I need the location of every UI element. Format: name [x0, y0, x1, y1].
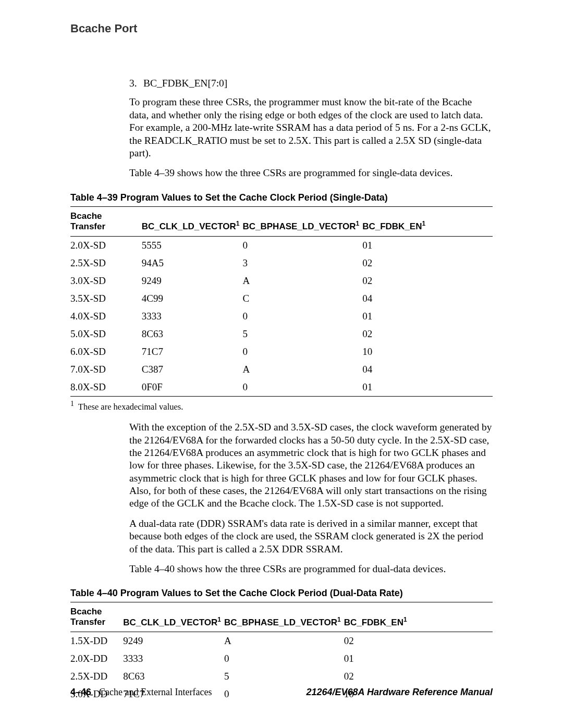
table-row: 1.5X-DD9249A02	[70, 632, 493, 650]
page-number: 4–46	[70, 687, 91, 697]
table-cell: 10	[362, 343, 493, 361]
table-39: Bcache Transfer BC_CLK_LD_VECTOR1 BC_BPH…	[70, 206, 493, 397]
table-cell: 7.0X-SD	[70, 361, 142, 378]
table-row: 3.5X-SD4C99C04	[70, 290, 493, 307]
table-cell: 04	[362, 361, 493, 378]
table-row: 7.0X-SDC387A04	[70, 361, 493, 378]
table-cell: 3333	[142, 307, 243, 325]
table-cell: 0	[243, 307, 363, 325]
table-cell: 8C63	[123, 668, 224, 685]
list-item-text: BC_FDBK_EN[7:0]	[143, 78, 227, 89]
manual-title: 21264/EV68A Hardware Reference Manual	[306, 687, 493, 698]
table-cell: A	[243, 361, 363, 378]
table-cell: 0	[224, 650, 344, 668]
table-header: BC_FDBK_EN1	[362, 206, 493, 236]
table-row: 6.0X-SD71C7010	[70, 343, 493, 361]
body-paragraph: Table 4–39 shows how the three CSRs are …	[129, 167, 493, 179]
table-caption: Table 4–40 Program Values to Set the Cac…	[70, 588, 493, 599]
table-cell: 01	[362, 307, 493, 325]
table-cell: 2.5X-DD	[70, 668, 123, 685]
table-header: BC_CLK_LD_VECTOR1	[142, 206, 243, 236]
table-cell: 5555	[142, 236, 243, 254]
table-cell: 1.5X-DD	[70, 632, 123, 650]
table-cell: 8C63	[142, 325, 243, 343]
table-cell: 3.5X-SD	[70, 290, 142, 307]
table-row: 2.0X-SD5555001	[70, 236, 493, 254]
body-paragraph: To program these three CSRs, the program…	[129, 96, 493, 159]
table-cell: 3	[243, 254, 363, 272]
table-row: 2.0X-DD3333001	[70, 650, 493, 668]
table-cell: A	[224, 632, 344, 650]
table-cell: C	[243, 290, 363, 307]
body-paragraph: A dual-data rate (DDR) SSRAM's data rate…	[129, 517, 493, 556]
table-cell: 01	[344, 650, 493, 668]
table-cell: 02	[362, 272, 493, 290]
table-cell: 02	[362, 254, 493, 272]
table-cell: 02	[362, 325, 493, 343]
table-cell: 01	[362, 378, 493, 397]
table-cell: 9249	[123, 632, 224, 650]
table-header: BC_FDBK_EN1	[344, 602, 493, 632]
table-row: 8.0X-SD0F0F001	[70, 378, 493, 397]
footer-left: 4–46 Cache and External Interfaces	[70, 687, 212, 698]
list-item-number: 3.	[129, 77, 141, 90]
body-content: 3. BC_FDBK_EN[7:0] To program these thre…	[129, 77, 493, 180]
table-cell: 0	[243, 236, 363, 254]
table-cell: 3.0X-SD	[70, 272, 142, 290]
table-cell: 5	[243, 325, 363, 343]
table-cell: 8.0X-SD	[70, 378, 142, 397]
table-cell: A	[243, 272, 363, 290]
table-cell: 2.0X-SD	[70, 236, 142, 254]
table-header: Bcache Transfer	[70, 206, 142, 236]
numbered-list-item: 3. BC_FDBK_EN[7:0]	[129, 77, 493, 90]
table-cell: 5.0X-SD	[70, 325, 142, 343]
table-row: 5.0X-SD8C63502	[70, 325, 493, 343]
body-content: With the exception of the 2.5X-SD and 3.…	[129, 421, 493, 575]
chapter-title: Cache and External Interfaces	[99, 687, 212, 697]
table-cell: 2.5X-SD	[70, 254, 142, 272]
document-page: Bcache Port 3. BC_FDBK_EN[7:0] To progra…	[0, 0, 563, 728]
page-footer: 4–46 Cache and External Interfaces 21264…	[70, 687, 493, 698]
body-paragraph: Table 4–40 shows how the three CSRs are …	[129, 563, 493, 575]
table-cell: 4C99	[142, 290, 243, 307]
table-row: 2.5X-DD8C63502	[70, 668, 493, 685]
table-header: BC_BPHASE_LD_VECTOR1	[243, 206, 363, 236]
table-caption: Table 4–39 Program Values to Set the Cac…	[70, 192, 493, 203]
table-cell: 02	[344, 632, 493, 650]
table-header: BC_BPHASE_LD_VECTOR1	[224, 602, 344, 632]
table-row: 4.0X-SD3333001	[70, 307, 493, 325]
table-row: 2.5X-SD94A5302	[70, 254, 493, 272]
table-cell: 0F0F	[142, 378, 243, 397]
section-title: Bcache Port	[70, 22, 493, 35]
table-row: 3.0X-SD9249A02	[70, 272, 493, 290]
table-cell: 2.0X-DD	[70, 650, 123, 668]
table-cell: 71C7	[142, 343, 243, 361]
table-cell: 0	[243, 343, 363, 361]
table-cell: 5	[224, 668, 344, 685]
body-paragraph: With the exception of the 2.5X-SD and 3.…	[129, 421, 493, 510]
table-cell: 01	[362, 236, 493, 254]
table-cell: C387	[142, 361, 243, 378]
table-cell: 6.0X-SD	[70, 343, 142, 361]
table-cell: 3333	[123, 650, 224, 668]
table-cell: 0	[243, 378, 363, 397]
table-header: BC_CLK_LD_VECTOR1	[123, 602, 224, 632]
table-footnote: 1 These are hexadecimal values.	[82, 400, 493, 412]
table-cell: 02	[344, 668, 493, 685]
table-cell: 04	[362, 290, 493, 307]
table-header: BcacheTransfer	[70, 602, 123, 632]
table-cell: 94A5	[142, 254, 243, 272]
table-cell: 4.0X-SD	[70, 307, 142, 325]
table-cell: 9249	[142, 272, 243, 290]
